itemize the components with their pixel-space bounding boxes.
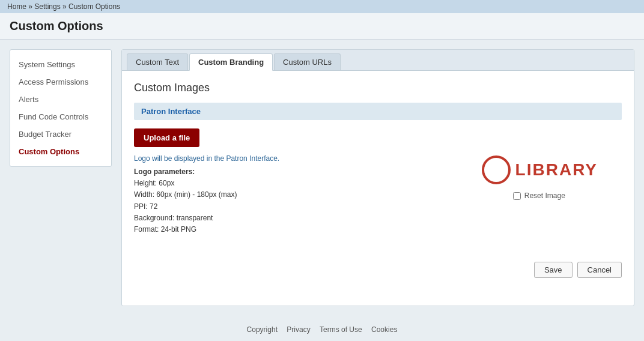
action-buttons: Save Cancel [134,253,622,278]
param-bg: Background: transparent [134,214,213,222]
svg-point-0 [483,157,509,183]
page-title-area: Custom Options [0,13,644,40]
tab-custom-branding[interactable]: Custom Branding [189,53,273,71]
tab-custom-text[interactable]: Custom Text [127,53,188,70]
section-title: Custom Images [134,82,622,94]
breadcrumb-home[interactable]: Home [7,2,26,11]
param-format: Format: 24-bit PNG [134,225,196,234]
patron-interface-header: Patron Interface [134,103,622,120]
param-width: Width: 60px (min) - 180px (max) [134,190,237,199]
save-button[interactable]: Save [534,262,573,278]
footer-terms[interactable]: Terms of Use [320,325,362,334]
footer-privacy[interactable]: Privacy [287,325,310,334]
cancel-button[interactable]: Cancel [577,262,622,278]
upload-file-button[interactable]: Upload a file [134,128,199,147]
reset-image-label: Reset Image [524,192,565,200]
sidebar-item-access-permissions[interactable]: Access Permissions [10,73,111,91]
footer: Copyright Privacy Terms of Use Cookies [0,316,644,341]
sidebar-item-fund-code-controls[interactable]: Fund Code Controls [10,108,111,125]
sidebar-item-budget-tracker[interactable]: Budget Tracker [10,125,111,143]
info-text: Logo will be displayed in the Patron Int… [134,154,463,163]
footer-cookies[interactable]: Cookies [371,325,397,334]
main-container: System Settings Access Permissions Alert… [0,40,644,316]
footer-copyright[interactable]: Copyright [247,325,278,334]
page-title: Custom Options [10,19,634,33]
logo-preview: LIBRARY Reset Image [481,154,622,200]
sidebar-item-system-settings[interactable]: System Settings [10,56,111,73]
reset-image-checkbox[interactable] [513,192,521,200]
param-ppi: PPI: 72 [134,202,157,211]
upload-row: Logo will be displayed in the Patron Int… [134,154,622,235]
param-height: Height: 60px [134,179,174,187]
sidebar: System Settings Access Permissions Alert… [10,49,112,167]
upload-left: Logo will be displayed in the Patron Int… [134,154,463,235]
sidebar-item-custom-options[interactable]: Custom Options [10,143,111,160]
content-body: Custom Images Patron Interface Upload a … [122,71,634,289]
reset-row: Reset Image [513,192,565,200]
tab-custom-urls[interactable]: Custom URLs [274,53,341,70]
logo-graphic: LIBRARY [481,154,598,186]
logo-circle-icon [481,154,512,186]
logo-params: Logo parameters: Height: 60px Width: 60p… [134,166,463,235]
tabs-bar: Custom Text Custom Branding Custom URLs [122,50,634,71]
breadcrumb: Home » Settings » Custom Options [0,0,644,13]
sidebar-item-alerts[interactable]: Alerts [10,91,111,108]
params-label: Logo parameters: [134,167,195,176]
content-area: Custom Text Custom Branding Custom URLs … [121,49,634,306]
logo-text: LIBRARY [515,160,598,180]
breadcrumb-current: Custom Options [68,2,120,11]
breadcrumb-settings[interactable]: Settings [34,2,60,11]
